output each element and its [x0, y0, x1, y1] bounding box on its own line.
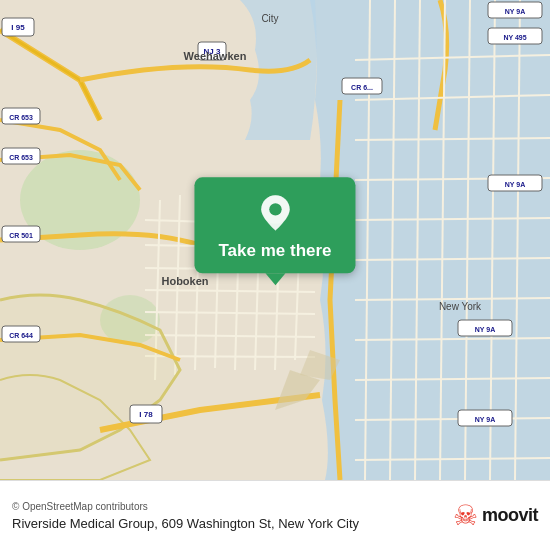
- moovit-icon: ☠: [453, 499, 478, 532]
- svg-point-67: [269, 203, 281, 215]
- svg-text:I 78: I 78: [139, 410, 153, 419]
- take-me-there-label: Take me there: [218, 241, 331, 261]
- moovit-logo: ☠ moovit: [453, 499, 538, 532]
- moovit-text: moovit: [482, 505, 538, 526]
- svg-text:City: City: [261, 13, 278, 24]
- popup-overlay[interactable]: Take me there: [194, 177, 355, 285]
- info-left: © OpenStreetMap contributors Riverside M…: [12, 501, 359, 531]
- popup-arrow: [265, 273, 285, 285]
- info-bar: © OpenStreetMap contributors Riverside M…: [0, 480, 550, 550]
- svg-text:CR 501: CR 501: [9, 232, 33, 239]
- svg-text:NY 9A: NY 9A: [505, 181, 526, 188]
- popup-box[interactable]: Take me there: [194, 177, 355, 273]
- location-pin-icon: [255, 193, 295, 233]
- svg-text:NY 9A: NY 9A: [505, 8, 526, 15]
- svg-text:NY 9A: NY 9A: [475, 416, 496, 423]
- svg-text:CR 653: CR 653: [9, 154, 33, 161]
- svg-text:NY 9A: NY 9A: [475, 326, 496, 333]
- svg-text:Weehawken: Weehawken: [184, 50, 247, 62]
- svg-text:CR 653: CR 653: [9, 114, 33, 121]
- map-container[interactable]: I 95 NJ 3 CR 653 CR 653 NY 495 NY 9A CR …: [0, 0, 550, 480]
- place-name: Riverside Medical Group, 609 Washington …: [12, 516, 359, 531]
- svg-text:CR 6...: CR 6...: [351, 84, 373, 91]
- svg-text:NY 495: NY 495: [503, 34, 526, 41]
- svg-text:CR 644: CR 644: [9, 332, 33, 339]
- osm-credit: © OpenStreetMap contributors: [12, 501, 359, 512]
- svg-text:I 95: I 95: [11, 23, 25, 32]
- svg-text:New York: New York: [439, 301, 482, 312]
